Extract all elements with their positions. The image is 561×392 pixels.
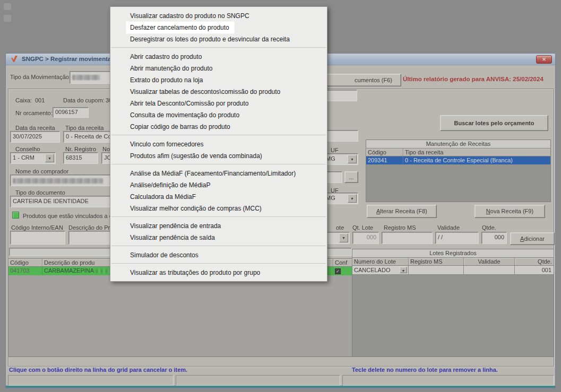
context-menu-item[interactable]: Desregistrar os lotes do produto e desvi… [110, 33, 327, 45]
chevron-down-icon[interactable]: ▼ [339, 233, 348, 242]
descricao-label: Descrição do Pro [68, 224, 113, 231]
context-menu-item[interactable]: Abrir manutenção do produto [110, 62, 327, 74]
chevron-down-icon[interactable]: ▼ [348, 155, 357, 163]
lotes-panel-title: Lotes Registrados [352, 249, 554, 258]
uf-combobox-2[interactable]: MG▼ [323, 193, 358, 204]
context-menu-item[interactable]: Análise/definição de MédiaP [110, 179, 327, 190]
context-menu-item[interactable]: Desfazer cancelamento do produto [110, 21, 327, 33]
menu-separator [111, 263, 326, 264]
context-menu-item[interactable]: Vinculo com fornecedores [110, 138, 327, 150]
caixa-value: 001 [35, 97, 45, 103]
codigo-header: Código [8, 259, 42, 266]
status-bar [8, 375, 554, 386]
status-cell [342, 375, 554, 386]
context-menu-item[interactable]: Visualizar pendência de saída [110, 231, 327, 243]
context-menu-item[interactable]: Consulta de movimentação do produto [110, 109, 327, 120]
movement-type-input[interactable] [70, 71, 116, 84]
cupom-label: Data do cupom: [63, 97, 105, 103]
lookup-ellipsis-button[interactable]: ... [344, 171, 358, 183]
registro-input[interactable]: 68315 [63, 152, 98, 164]
receitas-panel[interactable]: Manutenção de Receitas Código Tipo da re… [366, 140, 551, 202]
qtde-input[interactable]: 000 [481, 232, 507, 244]
menu-separator [111, 135, 326, 135]
window-title: SNGPC > Registrar movimentação [22, 56, 117, 62]
orcamento-input[interactable]: 0096157 [53, 107, 89, 118]
hidden-field-2[interactable] [323, 130, 358, 142]
vinculados-checkbox[interactable] [12, 212, 19, 219]
chevron-down-icon[interactable]: ▼ [400, 267, 407, 273]
lote-row[interactable]: CANCELADO▼ 001 [352, 266, 554, 275]
close-button[interactable]: ✕ [536, 55, 552, 64]
context-menu-item[interactable]: Calculadora da MédiaF [110, 190, 327, 202]
data-receita-input[interactable]: 30/07/2025 [10, 131, 60, 143]
data-receita-label: Data da receita [15, 125, 55, 131]
hidden-field-1[interactable] [323, 90, 357, 101]
documents-button[interactable]: cumentos (F6) [317, 74, 401, 86]
desktop-artifact [4, 3, 11, 10]
comprador-label: Nome do comprador [15, 168, 68, 175]
adicionar-button[interactable]: Adicionar [510, 232, 555, 245]
comprador-input[interactable] [10, 175, 122, 186]
lote-cell-validade[interactable] [464, 266, 515, 274]
product-context-menu[interactable]: Visualizar cadastro do produto no SNGPCD… [110, 6, 327, 282]
validade-input[interactable]: / / [435, 232, 479, 244]
receitas-panel-title: Manutenção de Receitas [366, 140, 550, 149]
movement-type-label: Tipo da Movimentação: [10, 74, 71, 80]
context-menu-item[interactable]: Visualizar tabelas de descontos\comissão… [110, 85, 327, 97]
registro-label: Nr. Registro [65, 146, 96, 152]
registro-ms-input[interactable] [382, 232, 433, 244]
status-cell [8, 375, 174, 386]
buscar-lotes-button[interactable]: Buscar lotes pelo orçamento [440, 115, 548, 131]
conselho-value: 1 - CRM [13, 154, 34, 161]
confirmed-checkbox-icon[interactable]: ✓ [335, 268, 341, 274]
redacted-value [13, 178, 103, 184]
conselho-combobox[interactable]: 1 - CRM▼ [10, 152, 56, 164]
context-menu-item[interactable]: Simulador de descontos [110, 249, 327, 260]
anvisa-last-report-notice: Último relatório gerado para ANVISA: 25/… [403, 76, 543, 82]
qtde-label: Qtde. [482, 224, 496, 231]
documento-input[interactable]: CARTEIRA DE IDENTIDADE [10, 196, 122, 207]
context-menu-item[interactable]: Visualizar pendência de entrada [110, 220, 327, 231]
codigo-ean-label: Código Interno/EAN [11, 224, 63, 231]
lotes-grid-header: Numero do Lote Registro MS Validade Qtde… [352, 258, 554, 266]
app-logo-checkmark-icon [10, 55, 19, 64]
product-codigo: 041703 [8, 267, 42, 275]
context-menu-item[interactable]: Análise da MédiaF (Faceamento/Financiame… [110, 167, 327, 179]
lote-cell-combobox[interactable]: CANCELADO▼ [352, 266, 409, 274]
codigo-ean-input[interactable] [10, 231, 65, 245]
redacted-value [72, 75, 100, 80]
lote-cell-qtde: 001 [515, 266, 554, 274]
lotes-registrados-panel[interactable]: Lotes Registrados Numero do Lote Registr… [352, 249, 554, 357]
qt-lote-input[interactable]: 000 [352, 232, 379, 244]
conf-header: Conf [333, 259, 352, 266]
grid-hint-right: Tecle delete no numero do lote para remo… [352, 367, 498, 373]
context-menu-item[interactable]: Abrir cadastro do produto [110, 50, 327, 62]
status-cell [176, 375, 340, 386]
uf-label-1: UF [331, 147, 339, 153]
conselho-label: Conselho [15, 146, 40, 152]
orcamento-label: Nr orcamento: [15, 110, 53, 116]
menu-separator [111, 47, 326, 48]
validade-label: Validade [437, 224, 460, 231]
menu-separator [111, 216, 326, 217]
receita-selected-row[interactable]: 209341 0 - Receita de Controle Especial … [366, 156, 550, 164]
context-menu-item[interactable]: Abrir tela Desconto/Comissão por produto [110, 97, 327, 109]
nova-receita-button[interactable]: Nova Receita (F9) [474, 205, 545, 218]
context-menu-item[interactable]: Produtos afim (sugestão de venda combina… [110, 150, 327, 161]
window-bottom-edge [6, 386, 555, 388]
lote-cell-registro[interactable] [409, 266, 464, 274]
context-menu-item[interactable]: Visualizar as tributações do produto por… [110, 266, 327, 278]
context-menu-item[interactable]: Extrato do produto na loja [110, 74, 327, 85]
alterar-receita-button[interactable]: Alterar Receita (F8) [367, 205, 437, 218]
receitas-grid-header: Código Tipo da receita [366, 149, 550, 156]
tipo-receita-label: Tipo da receita [65, 125, 103, 131]
uf-combobox-1[interactable]: MG▼ [323, 153, 358, 165]
context-menu-item[interactable]: Copiar código de barras do produto [110, 120, 327, 132]
documento-label: Tipo do documento [15, 189, 65, 196]
chevron-down-icon[interactable]: ▼ [348, 194, 357, 203]
menu-separator [111, 246, 326, 246]
caixa-label: Caixa: [15, 97, 32, 103]
context-menu-item[interactable]: Visualizar melhor condição de compras (M… [110, 202, 327, 214]
chevron-down-icon[interactable]: ▼ [45, 154, 54, 162]
context-menu-item[interactable]: Visualizar cadastro do produto no SNGPC [110, 10, 327, 21]
